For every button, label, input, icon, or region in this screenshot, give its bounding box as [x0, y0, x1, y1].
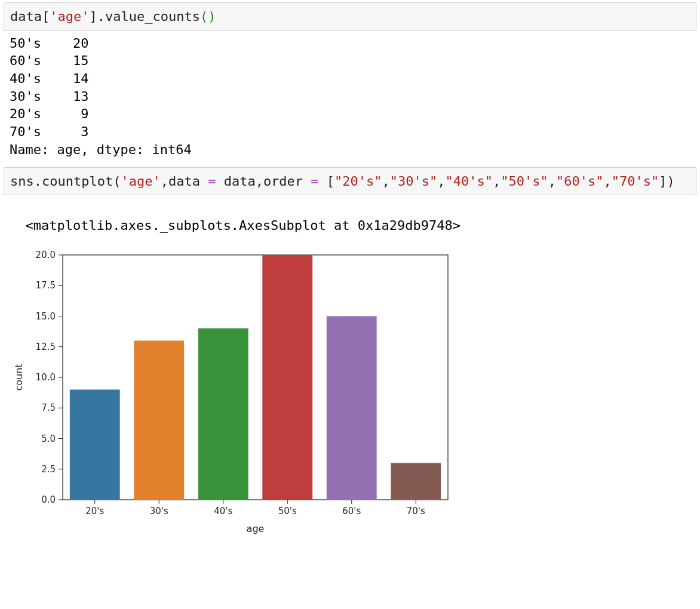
- bar: [262, 255, 312, 500]
- xtick-label: 30's: [150, 506, 168, 516]
- xtick-label: 50's: [278, 506, 297, 516]
- bar: [70, 389, 120, 500]
- svg-rect-0: [63, 255, 448, 500]
- bar: [391, 463, 441, 500]
- axes-repr: <matplotlib.axes._subplots.AxesSubplot a…: [26, 218, 460, 233]
- code-cell-1[interactable]: data['age'].value_counts(): [4, 2, 696, 31]
- countplot-figure: 0.02.55.07.510.012.515.017.520.020's30's…: [0, 241, 700, 557]
- x-axis-label: age: [247, 523, 265, 534]
- output-cell-1: 50's 20 60's 15 40's 14 30's 13 20's 9 7…: [4, 31, 696, 165]
- bar: [198, 328, 248, 500]
- bar: [327, 316, 377, 500]
- xtick-label: 20's: [85, 506, 104, 516]
- code-cell-2[interactable]: sns.countplot('age',data = data,order = …: [4, 167, 696, 196]
- xtick-label: 60's: [342, 506, 361, 516]
- ytick-label: 15.0: [36, 310, 56, 321]
- ytick-label: 17.5: [36, 280, 56, 291]
- output-repr-2: <matplotlib.axes._subplots.AxesSubplot a…: [4, 195, 696, 240]
- bar: [134, 340, 184, 500]
- ytick-label: 5.0: [41, 433, 56, 444]
- ytick-label: 7.5: [41, 402, 56, 413]
- ytick-label: 0.0: [41, 494, 56, 505]
- ytick-label: 12.5: [36, 341, 56, 352]
- xtick-label: 40's: [214, 506, 232, 516]
- xtick-label: 70's: [407, 506, 425, 516]
- y-axis-label: count: [13, 364, 24, 390]
- ytick-label: 20.0: [36, 250, 56, 260]
- ytick-label: 2.5: [41, 463, 56, 474]
- ytick-label: 10.0: [36, 372, 56, 383]
